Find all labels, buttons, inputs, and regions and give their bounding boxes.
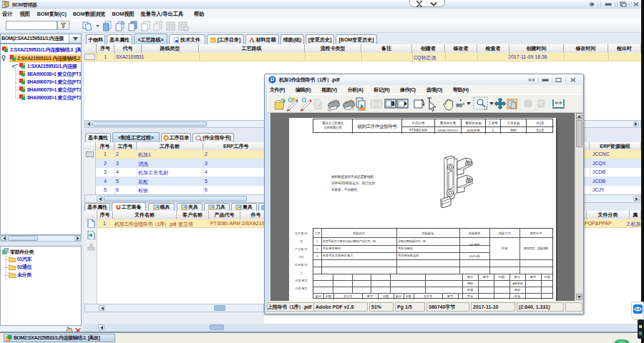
svg-text:90°: 90° xyxy=(456,102,464,109)
